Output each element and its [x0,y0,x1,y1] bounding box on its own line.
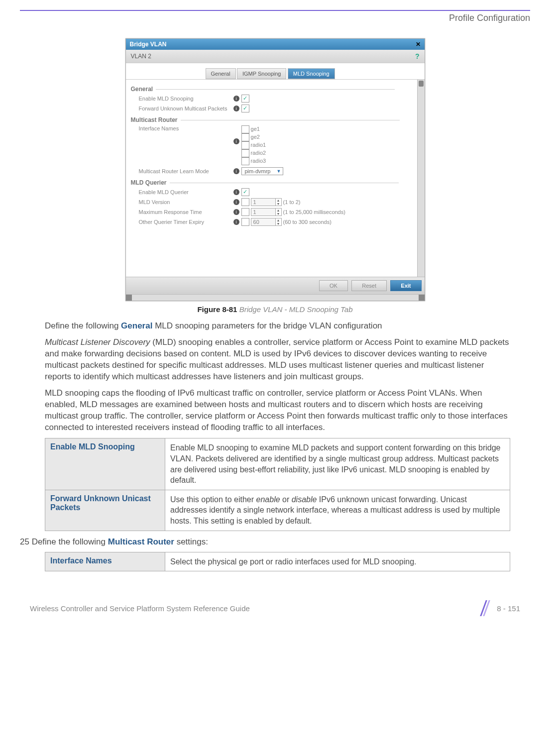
checkbox-ge1[interactable] [241,125,249,133]
info-icon[interactable]: i [233,189,239,195]
multicast-router-table: Interface Names Select the physical ge p… [45,552,510,572]
select-learn-mode[interactable]: pim-dvmrp [241,167,283,175]
label-mld-version: MLD Version [139,199,233,205]
general-settings-table: Enable MLD Snooping Enable MLD snooping … [45,438,510,531]
cell-forward-unknown-key: Forward Unknown Unicast Packets [45,490,165,531]
label-querier-timer-expiry: Other Querier Timer Expiry [139,219,233,225]
window-titlebar: Bridge VLAN ✕ [126,39,425,50]
info-icon[interactable]: i [233,138,239,144]
label-forward-unknown: Forward Unknown Multicast Packets [139,106,233,111]
checkbox-mld-version[interactable] [241,198,249,206]
header-section: Profile Configuration [20,13,530,23]
label-radio3: radio3 [251,158,266,164]
exit-button[interactable]: Exit [390,280,421,291]
reset-button[interactable]: Reset [351,280,387,291]
range-mld-version: (1 to 2) [283,199,301,205]
close-icon[interactable]: ✕ [416,41,421,48]
range-max-response-time: (1 to 25,000 milliseconds) [283,209,345,215]
tab-mld-snooping[interactable]: MLD Snooping [288,68,335,79]
label-max-response-time: Maximum Response Time [139,209,233,215]
checkbox-radio2[interactable] [241,149,249,157]
label-ge1: ge1 [251,126,260,132]
spinner-querier-timer-expiry[interactable]: ▲▼ [251,218,282,226]
label-enable-mld-snooping: Enable MLD Snooping [139,96,233,102]
input-querier-timer-expiry[interactable] [251,218,275,225]
checkbox-max-response-time[interactable] [241,208,249,216]
cell-interface-names-key: Interface Names [45,552,165,571]
paragraph-2: Multicast Listener Discovery (MLD) snoop… [45,337,510,383]
info-icon[interactable]: i [233,199,239,205]
vlan-label: VLAN 2 [131,53,151,60]
footer-slash-icon [480,601,492,615]
dialog-footer: OK Reset Exit [126,277,425,294]
window-title: Bridge VLAN [130,41,167,48]
info-icon[interactable]: i [233,106,239,111]
checkbox-forward-unknown[interactable] [241,105,249,112]
label-ge2: ge2 [251,134,260,140]
section-general: General [129,83,421,94]
info-icon[interactable]: i [233,219,239,225]
vertical-scrollbar[interactable] [417,80,425,277]
ok-button[interactable]: OK [319,280,348,291]
tab-igmp-snooping[interactable]: IGMP Snooping [237,68,286,79]
help-icon[interactable]: ? [415,52,420,60]
section-mld-querier: MLD Querier [129,176,421,187]
section-multicast-router: Multicast Router [129,113,421,124]
cell-forward-unknown-val: Use this option to either enable or disa… [165,490,510,531]
checkbox-enable-mld-querier[interactable] [241,188,249,196]
spinner-max-response-time[interactable]: ▲▼ [251,208,282,216]
paragraph-3: MLD snooping caps the flooding of IPv6 m… [45,388,510,433]
label-learn-mode: Multicast Router Learn Mode [139,168,233,174]
checkbox-radio3[interactable] [241,157,249,165]
checkbox-ge2[interactable] [241,133,249,141]
cell-enable-mld-snooping-val: Enable MLD snooping to examine MLD packe… [165,438,510,490]
label-radio1: radio1 [251,142,266,148]
cell-enable-mld-snooping-key: Enable MLD Snooping [45,438,165,490]
input-max-response-time[interactable] [251,209,275,216]
app-window: Bridge VLAN ✕ VLAN 2 ? General IGMP Snoo… [125,38,425,301]
footer-guide-title: Wireless Controller and Service Platform… [30,604,250,613]
figure-caption: Figure 8-81 Bridge VLAN - MLD Snooping T… [20,305,530,314]
label-radio2: radio2 [251,150,266,156]
range-querier-timer-expiry: (60 to 300 seconds) [283,219,332,225]
paragraph-1: Define the following General MLD snoopin… [45,321,510,332]
horizontal-scrollbar[interactable] [126,294,425,301]
page-number: 8 - 151 [497,604,520,613]
window-subbar: VLAN 2 ? [126,50,425,63]
checkbox-radio1[interactable] [241,141,249,149]
info-icon[interactable]: i [233,209,239,215]
cell-interface-names-val: Select the physical ge port or radio int… [165,552,510,571]
label-enable-mld-querier: Enable MLD Querier [139,189,233,195]
spinner-mld-version[interactable]: ▲▼ [251,198,282,206]
tab-general[interactable]: General [206,68,236,79]
checkbox-enable-mld-snooping[interactable] [241,95,249,103]
step-25: 25 Define the following Multicast Router… [20,537,510,547]
tabs-row: General IGMP Snooping MLD Snooping [126,63,425,80]
input-mld-version[interactable] [251,199,275,206]
label-interface-names: Interface Names [139,125,233,131]
info-icon[interactable]: i [233,96,239,102]
checkbox-querier-timer-expiry[interactable] [241,218,249,226]
info-icon[interactable]: i [233,168,239,174]
